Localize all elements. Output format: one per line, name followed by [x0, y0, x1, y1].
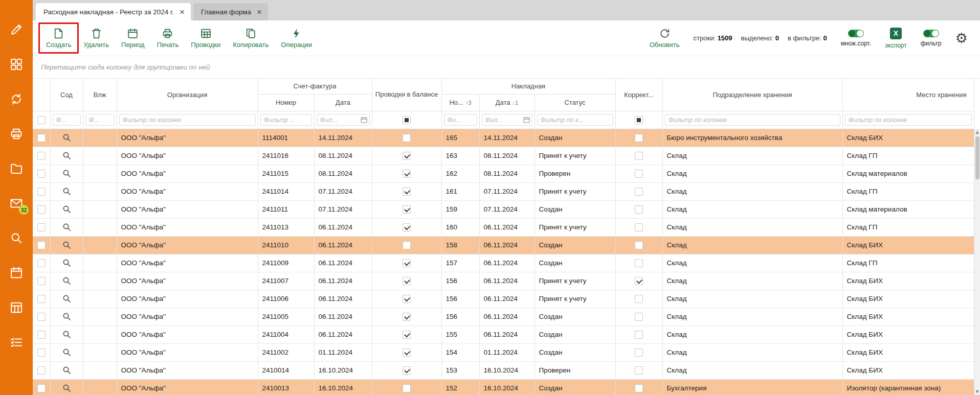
posted-checkbox[interactable] [403, 188, 411, 196]
correction-checkbox[interactable] [635, 152, 643, 160]
calendar-icon[interactable] [523, 117, 530, 123]
posted-checkbox[interactable] [403, 259, 411, 267]
filter-toggle[interactable]: фильтр [921, 30, 942, 47]
col-header-storage-place[interactable]: Место хранения [842, 79, 974, 111]
posted-checkbox[interactable] [403, 277, 411, 285]
open-record-icon[interactable] [62, 312, 71, 321]
col-header-waybill-number[interactable]: Но...↑3 [441, 94, 479, 111]
posted-checkbox[interactable] [403, 170, 411, 178]
table-row[interactable]: ООО "Альфа" 1114001 14.11.2024 165 14.11… [33, 129, 974, 147]
filter-input-attachments[interactable] [85, 114, 115, 126]
print-button[interactable]: Печать [151, 24, 185, 52]
table-row[interactable]: ООО "Альфа" 2411002 01.11.2024 154 01.11… [33, 343, 974, 361]
tab-registry[interactable]: Расходная накладная - Реестр за 2024 г. … [36, 3, 191, 20]
tab-main-form[interactable]: Главная форма × [193, 3, 268, 20]
open-record-icon[interactable] [62, 133, 71, 142]
col-header-content[interactable]: Сод [50, 79, 83, 111]
table-row[interactable]: ООО "Альфа" 2411004 06.11.2024 155 06.11… [33, 326, 974, 343]
col-header-attachments[interactable]: Влж [83, 79, 117, 111]
sidebar-item-sync[interactable] [9, 92, 24, 106]
row-select-checkbox[interactable] [37, 134, 46, 142]
col-header-posted[interactable]: Проводки в балансе [372, 79, 441, 111]
row-select-checkbox[interactable] [37, 277, 46, 285]
correction-checkbox[interactable] [635, 277, 643, 285]
calendar-icon[interactable] [361, 117, 367, 123]
sidebar-item-search[interactable] [9, 231, 24, 245]
correction-checkbox[interactable] [635, 348, 643, 357]
settings-gear-button[interactable]: ⚙ [955, 31, 968, 45]
table-row[interactable]: ООО "Альфа" 2411013 06.11.2024 160 06.11… [33, 218, 974, 236]
posted-checkbox[interactable] [403, 241, 411, 249]
vertical-scrollbar[interactable]: ▲ ▼ [974, 129, 980, 395]
sidebar-item-print-queue[interactable] [9, 127, 24, 141]
open-record-icon[interactable] [62, 384, 71, 392]
posted-checkbox[interactable] [403, 366, 411, 375]
row-select-checkbox[interactable] [37, 348, 46, 357]
table-row[interactable]: ООО "Альфа" 2410013 16.10.2024 152 16.10… [33, 379, 974, 395]
filter-input-invoice-date[interactable] [317, 114, 370, 126]
correction-checkbox[interactable] [635, 205, 643, 214]
row-select-checkbox[interactable] [37, 331, 46, 339]
close-icon[interactable]: × [257, 8, 262, 16]
row-select-checkbox[interactable] [37, 188, 46, 196]
filter-input-invoice-number[interactable] [260, 114, 312, 126]
row-select-checkbox[interactable] [37, 259, 46, 267]
period-button[interactable]: Период [115, 24, 151, 52]
delete-button[interactable]: Удалить [77, 24, 115, 52]
correction-checkbox[interactable] [635, 188, 643, 196]
table-row[interactable]: ООО "Альфа" 2411006 06.11.2024 156 06.11… [33, 290, 974, 308]
table-row[interactable]: ООО "Альфа" 2411011 07.11.2024 159 07.11… [33, 200, 974, 218]
select-all-checkbox[interactable] [37, 116, 46, 124]
correction-checkbox[interactable] [635, 384, 643, 392]
open-record-icon[interactable] [62, 241, 71, 249]
sidebar-item-tasks[interactable] [9, 335, 24, 350]
scroll-down-button[interactable]: ▼ [974, 388, 980, 395]
postings-button[interactable]: Проводки [185, 24, 227, 52]
col-header-waybill-date[interactable]: Дата↓1 [479, 94, 534, 111]
filter-input-organization[interactable] [119, 114, 256, 126]
col-header-organization[interactable]: Организация [117, 79, 258, 111]
row-select-checkbox[interactable] [37, 152, 46, 160]
refresh-button[interactable]: Обновить [650, 28, 680, 49]
open-record-icon[interactable] [62, 205, 71, 214]
filter-date-input[interactable] [482, 114, 523, 125]
export-excel-button[interactable]: X экспорт [885, 28, 907, 49]
filter-input-waybill-number[interactable] [444, 114, 477, 126]
scrollbar-thumb[interactable] [975, 136, 979, 179]
row-select-checkbox[interactable] [37, 295, 46, 303]
group-by-drop-zone[interactable]: Перетащите сюда колонку для группировки … [33, 56, 980, 79]
correction-checkbox[interactable] [635, 366, 643, 375]
filter-posted-checkbox[interactable] [403, 116, 411, 124]
filter-input-waybill-date[interactable] [482, 114, 532, 126]
col-header-correction[interactable]: Коррект... [615, 79, 662, 111]
posted-checkbox[interactable] [403, 134, 411, 142]
posted-checkbox[interactable] [403, 348, 411, 357]
posted-checkbox[interactable] [403, 223, 411, 231]
correction-checkbox[interactable] [635, 295, 643, 303]
col-header-invoice-number[interactable]: Номер [258, 94, 314, 111]
correction-checkbox[interactable] [635, 331, 643, 339]
open-record-icon[interactable] [62, 276, 71, 285]
sidebar-item-edit[interactable] [9, 22, 24, 37]
row-select-checkbox[interactable] [37, 241, 46, 249]
row-select-checkbox[interactable] [37, 313, 46, 321]
multi-sort-toggle[interactable]: множ.сорт. [841, 30, 872, 47]
row-select-checkbox[interactable] [37, 384, 46, 392]
col-header-status[interactable]: Статус [534, 94, 615, 111]
create-button[interactable]: Создать [38, 22, 79, 54]
filter-input-status[interactable] [537, 114, 613, 126]
sidebar-item-calendar[interactable] [9, 266, 24, 280]
table-row[interactable]: ООО "Альфа" 2411005 06.11.2024 156 06.11… [33, 308, 974, 326]
correction-checkbox[interactable] [635, 223, 643, 231]
correction-checkbox[interactable] [635, 313, 643, 321]
filter-input-content[interactable] [53, 114, 81, 126]
sidebar-item-reports[interactable] [9, 300, 24, 315]
posted-checkbox[interactable] [403, 205, 411, 214]
filter-date-input[interactable] [317, 114, 361, 125]
table-row[interactable]: ООО "Альфа" 2411009 06.11.2024 157 06.11… [33, 254, 974, 272]
row-select-checkbox[interactable] [37, 223, 46, 231]
table-row[interactable]: ООО "Альфа" 2411014 07.11.2024 161 07.11… [33, 182, 974, 200]
table-row[interactable]: ООО "Альфа" 2411010 06.11.2024 158 06.11… [33, 236, 974, 254]
col-header-storage-department[interactable]: Подразделение хранения [662, 79, 842, 111]
copy-button[interactable]: Копировать [227, 24, 275, 52]
